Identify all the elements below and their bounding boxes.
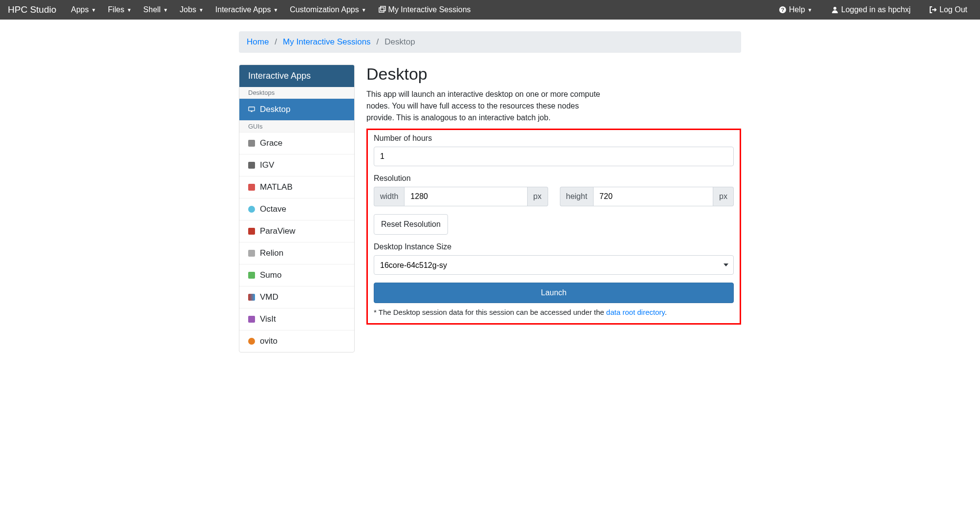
sidebar-header: Interactive Apps bbox=[239, 65, 354, 87]
sidebar-item-octave[interactable]: Octave bbox=[239, 198, 354, 220]
sidebar-item-desktop[interactable]: Desktop bbox=[239, 99, 354, 121]
nav-files[interactable]: Files▼ bbox=[103, 2, 137, 17]
reset-group: Reset Resolution bbox=[374, 214, 734, 235]
caret-down-icon: ▼ bbox=[362, 7, 366, 13]
instance-label: Desktop Instance Size bbox=[374, 242, 734, 251]
nav-apps[interactable]: Apps▼ bbox=[66, 2, 101, 17]
svg-rect-0 bbox=[379, 8, 384, 12]
caret-down-icon: ▼ bbox=[273, 7, 278, 13]
navbar-right: ? Help▼ Logged in as hpchxj Log Out bbox=[774, 2, 972, 17]
breadcrumb-separator: / bbox=[377, 37, 379, 47]
resolution-group: Resolution width px height px bbox=[374, 174, 734, 206]
sidebar-item-label: Octave bbox=[260, 204, 286, 214]
nav-help-label: Help bbox=[789, 5, 805, 14]
launch-form: Number of hours Resolution width px heig… bbox=[366, 129, 741, 325]
sidebar: Interactive Apps Desktops Desktop GUIs G… bbox=[239, 65, 355, 352]
hours-label: Number of hours bbox=[374, 134, 734, 143]
data-root-link[interactable]: data root directory bbox=[606, 308, 665, 316]
nav-jobs[interactable]: Jobs▼ bbox=[175, 2, 209, 17]
instance-group: Desktop Instance Size 16core-64c512g-sy bbox=[374, 242, 734, 275]
nav-apps-label: Apps bbox=[71, 5, 88, 14]
instance-select[interactable]: 16core-64c512g-sy bbox=[374, 255, 734, 275]
breadcrumb-sessions[interactable]: My Interactive Sessions bbox=[283, 37, 371, 47]
resolution-row: width px height px bbox=[374, 187, 734, 206]
brand[interactable]: HPC Studio bbox=[8, 4, 56, 15]
nav-shell[interactable]: Shell▼ bbox=[138, 2, 172, 17]
app-icon bbox=[248, 206, 255, 213]
navbar-left: Apps▼ Files▼ Shell▼ Jobs▼ Interactive Ap… bbox=[66, 2, 774, 17]
main-row: Interactive Apps Desktops Desktop GUIs G… bbox=[239, 65, 741, 352]
nav-logout[interactable]: Log Out bbox=[924, 2, 972, 17]
width-prefix: width bbox=[374, 187, 404, 206]
nav-help[interactable]: ? Help▼ bbox=[774, 2, 817, 17]
reset-resolution-button[interactable]: Reset Resolution bbox=[374, 214, 448, 235]
hours-input[interactable] bbox=[374, 147, 734, 166]
sidebar-item-label: IGV bbox=[260, 160, 274, 170]
desktop-icon bbox=[248, 106, 255, 113]
sidebar-item-label: Sumo bbox=[260, 270, 281, 280]
nav-logged-in-label: Logged in as hpchxj bbox=[841, 5, 911, 14]
caret-down-icon: ▼ bbox=[199, 7, 204, 13]
svg-rect-1 bbox=[381, 6, 385, 11]
app-icon bbox=[248, 184, 255, 191]
nav-jobs-label: Jobs bbox=[180, 5, 196, 14]
height-input[interactable] bbox=[593, 187, 713, 206]
sidebar-item-label: ParaView bbox=[260, 226, 295, 236]
sidebar-item-matlab[interactable]: MATLAB bbox=[239, 176, 354, 198]
nav-logged-in: Logged in as hpchxj bbox=[826, 2, 916, 17]
app-icon bbox=[248, 228, 255, 235]
nav-interactive-apps-label: Interactive Apps bbox=[215, 5, 271, 14]
sidebar-item-paraview[interactable]: ParaView bbox=[239, 220, 354, 242]
sidebar-item-label: VisIt bbox=[260, 314, 276, 324]
height-input-group: height px bbox=[560, 187, 734, 206]
resolution-label: Resolution bbox=[374, 174, 734, 183]
sidebar-item-label: Desktop bbox=[260, 105, 290, 114]
caret-down-icon: ▼ bbox=[808, 7, 812, 13]
height-prefix: height bbox=[560, 187, 594, 206]
nav-customization-apps-label: Customization Apps bbox=[290, 5, 359, 14]
sidebar-category-desktops: Desktops bbox=[239, 87, 354, 99]
sidebar-item-visit[interactable]: VisIt bbox=[239, 308, 354, 330]
nav-customization-apps[interactable]: Customization Apps▼ bbox=[285, 2, 371, 17]
breadcrumb: Home / My Interactive Sessions / Desktop bbox=[239, 31, 741, 53]
caret-down-icon: ▼ bbox=[163, 7, 168, 13]
width-input[interactable] bbox=[404, 187, 527, 206]
sidebar-item-label: VMD bbox=[260, 292, 278, 302]
sidebar-item-label: ovito bbox=[260, 336, 277, 346]
nav-shell-label: Shell bbox=[143, 5, 161, 14]
sidebar-item-ovito[interactable]: ovito bbox=[239, 330, 354, 352]
app-icon bbox=[248, 294, 255, 301]
nav-files-label: Files bbox=[108, 5, 125, 14]
sidebar-item-igv[interactable]: IGV bbox=[239, 154, 354, 176]
svg-rect-5 bbox=[249, 107, 255, 111]
sidebar-item-label: Relion bbox=[260, 248, 283, 258]
sidebar-item-label: MATLAB bbox=[260, 182, 293, 192]
main-container: Home / My Interactive Sessions / Desktop… bbox=[239, 31, 741, 352]
sign-out-icon bbox=[929, 6, 937, 14]
footnote-prefix: * The Desktop session data for this sess… bbox=[374, 308, 606, 316]
breadcrumb-home[interactable]: Home bbox=[247, 37, 269, 47]
hours-group: Number of hours bbox=[374, 134, 734, 166]
footnote: * The Desktop session data for this sess… bbox=[374, 308, 734, 316]
app-icon bbox=[248, 338, 255, 345]
content-area: Desktop This app will launch an interact… bbox=[366, 65, 741, 325]
top-navbar: HPC Studio Apps▼ Files▼ Shell▼ Jobs▼ Int… bbox=[0, 0, 980, 20]
sidebar-item-grace[interactable]: Grace bbox=[239, 132, 354, 154]
app-icon bbox=[248, 140, 255, 147]
svg-text:?: ? bbox=[781, 7, 785, 13]
svg-point-4 bbox=[833, 7, 836, 10]
sidebar-category-guis: GUIs bbox=[239, 121, 354, 132]
app-icon bbox=[248, 272, 255, 279]
width-suffix: px bbox=[528, 187, 548, 206]
page-description: This app will launch an interactive desk… bbox=[366, 88, 606, 124]
nav-interactive-apps[interactable]: Interactive Apps▼ bbox=[211, 2, 283, 17]
sidebar-item-label: Grace bbox=[260, 138, 282, 148]
nav-my-sessions-label: My Interactive Sessions bbox=[388, 5, 471, 14]
caret-down-icon: ▼ bbox=[127, 7, 131, 13]
launch-button[interactable]: Launch bbox=[374, 283, 734, 303]
nav-my-sessions[interactable]: My Interactive Sessions bbox=[373, 2, 476, 17]
sidebar-item-sumo[interactable]: Sumo bbox=[239, 264, 354, 286]
breadcrumb-separator: / bbox=[275, 37, 277, 47]
sidebar-item-relion[interactable]: Relion bbox=[239, 242, 354, 264]
sidebar-item-vmd[interactable]: VMD bbox=[239, 286, 354, 308]
